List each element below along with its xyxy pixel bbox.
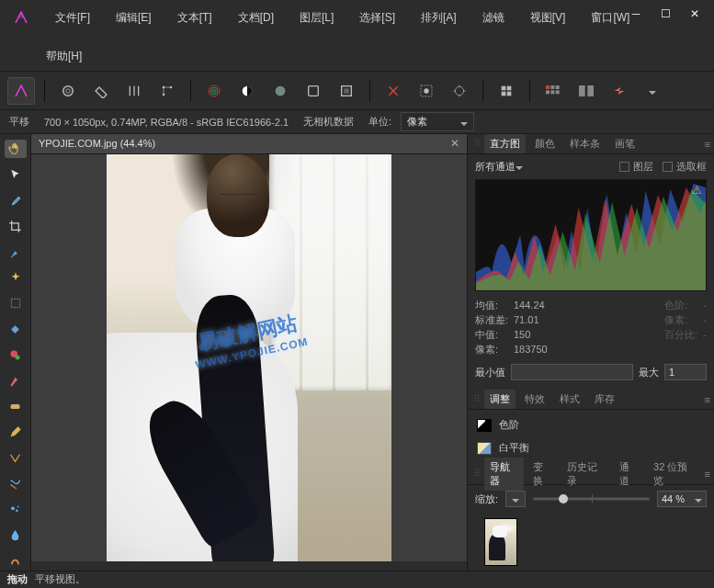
split-icon[interactable] [572, 77, 600, 105]
selection-checkbox[interactable]: 选取框 [663, 160, 707, 174]
tool-gradient[interactable] [5, 474, 27, 492]
persona-photo[interactable] [7, 77, 35, 105]
color-wheel-icon[interactable] [266, 77, 294, 105]
tab-fx[interactable]: 特效 [519, 390, 550, 409]
persona-liquify[interactable] [54, 77, 82, 105]
tool-clone[interactable] [5, 345, 27, 364]
tool-eyedropper[interactable] [5, 191, 27, 209]
zoom-presets[interactable] [505, 491, 526, 507]
tool-fill[interactable] [5, 320, 27, 338]
menu-arrange[interactable]: 排列[A] [410, 7, 468, 28]
svg-rect-26 [556, 90, 560, 94]
chevron-down-icon[interactable] [639, 77, 666, 105]
svg-point-7 [213, 89, 216, 92]
horizontal-scrollbar[interactable] [31, 561, 467, 571]
document-title: YPOJIE.COM.jpg (44.4%) [39, 138, 155, 149]
tab-close-icon[interactable]: ✕ [450, 137, 459, 150]
svg-point-6 [210, 87, 218, 95]
panel-menu-icon[interactable]: ≡ [705, 394, 708, 405]
svg-rect-27 [579, 85, 585, 96]
tool-teardrop[interactable] [5, 526, 27, 544]
histogram-tabs: ⠿ 直方图 颜色 样本条 画笔 ≡ [468, 134, 714, 154]
attach-icon[interactable] [606, 77, 633, 105]
min-label: 最小值 [475, 366, 505, 379]
svg-rect-18 [507, 85, 512, 90]
target-icon[interactable] [446, 77, 473, 105]
menu-help[interactable]: 帮助[H] [35, 46, 93, 67]
tab-styles[interactable]: 样式 [554, 390, 585, 409]
minimize-button[interactable]: ─ [629, 7, 642, 20]
persona-export[interactable] [153, 77, 181, 105]
window-controls: ─ ☐ ✕ [629, 7, 701, 20]
tool-paintbrush[interactable] [5, 243, 27, 261]
menu-file[interactable]: 文件[F] [44, 7, 101, 28]
channel-select[interactable]: 所有通道 [475, 160, 567, 174]
left-tools [0, 134, 31, 571]
tool-marquee[interactable] [5, 294, 27, 312]
cancel-x-icon[interactable] [380, 77, 407, 105]
menu-view[interactable]: 视图[V] [519, 7, 577, 28]
menu-text[interactable]: 文本[T] [166, 7, 223, 28]
tool-sparkle[interactable] [5, 268, 27, 287]
color-picker-rainbow[interactable] [200, 77, 228, 105]
tool-splatter[interactable] [5, 500, 27, 518]
panel-grip-icon[interactable]: ⠿ [473, 468, 479, 480]
panel-menu-icon[interactable]: ≡ [705, 139, 708, 150]
tool-brush-alt[interactable] [5, 371, 27, 390]
info-mode: 平移 [9, 115, 29, 129]
persona-tonemap[interactable] [120, 77, 148, 105]
svg-point-33 [11, 506, 15, 510]
menu-layer[interactable]: 图层[L] [289, 7, 345, 28]
document-tab[interactable]: YPOJIE.COM.jpg (44.4%) ✕ [31, 134, 467, 154]
tool-patch[interactable] [5, 397, 27, 415]
menubar: 文件[F] 编辑[E] 文本[T] 文档[D] 图层[L] 选择[S] 排列[A… [0, 0, 714, 72]
tool-skew[interactable] [5, 448, 27, 467]
min-input[interactable] [511, 364, 633, 380]
erase-icon[interactable] [300, 77, 327, 105]
max-input[interactable]: 1 [664, 364, 707, 380]
panel-grip-icon[interactable]: ⠿ [473, 393, 479, 405]
chevron-down-icon [460, 117, 468, 128]
softproof-icon[interactable] [333, 77, 360, 105]
tab-brushes[interactable]: 画笔 [609, 134, 640, 153]
tab-color[interactable]: 颜色 [529, 134, 561, 153]
tool-hand[interactable] [5, 140, 27, 158]
menu-edit[interactable]: 编辑[E] [105, 7, 163, 28]
adjust-white-balance[interactable]: 白平衡 [468, 436, 714, 459]
canvas-viewport[interactable]: 易破解网站 WWW.YPOJIE.COM [31, 154, 467, 561]
navigator-thumbnail[interactable] [484, 518, 517, 566]
panel-menu-icon[interactable]: ≡ [705, 469, 708, 480]
menu-select[interactable]: 选择[S] [348, 7, 406, 28]
grid3-icon[interactable] [539, 77, 567, 105]
photo: 易破解网站 WWW.YPOJIE.COM [107, 154, 391, 561]
unit-select[interactable]: 像素 [401, 112, 474, 131]
tab-histogram[interactable]: 直方图 [484, 134, 526, 153]
svg-rect-28 [587, 85, 594, 96]
white-balance-icon [477, 442, 492, 455]
grid-small-icon[interactable] [493, 77, 520, 105]
tool-smudge[interactable] [5, 552, 27, 571]
tool-crop[interactable] [5, 217, 27, 235]
tool-pointer[interactable] [5, 165, 27, 184]
right-panels: ⠿ 直方图 颜色 样本条 画笔 ≡ 所有通道 图层 选取框 ⚠ [467, 134, 714, 571]
adjust-levels[interactable]: 色阶 [468, 413, 714, 436]
zoom-slider[interactable] [533, 492, 650, 506]
tab-stock[interactable]: 库存 [589, 390, 620, 409]
contrast-icon[interactable] [233, 77, 261, 105]
maximize-button[interactable]: ☐ [659, 7, 672, 20]
panel-grip-icon[interactable]: ⠿ [473, 138, 479, 150]
persona-develop[interactable] [87, 77, 115, 105]
layer-checkbox[interactable]: 图层 [619, 160, 653, 174]
warning-icon[interactable]: ⚠ [692, 184, 702, 197]
tab-adjust[interactable]: 调整 [484, 390, 516, 409]
menu-doc[interactable]: 文档[D] [227, 7, 285, 28]
menu-filter[interactable]: 滤镜 [471, 7, 516, 28]
tab-swatches[interactable]: 样本条 [564, 134, 606, 153]
chevron-down-icon [695, 493, 702, 504]
adjust-list: 色阶 白平衡 [468, 410, 714, 463]
tool-pencil[interactable] [5, 423, 27, 441]
zoom-label: 缩放: [475, 492, 498, 506]
zoom-value[interactable]: 44 % [657, 491, 707, 507]
close-button[interactable]: ✕ [688, 7, 701, 20]
quick-mask-icon[interactable] [413, 77, 440, 105]
